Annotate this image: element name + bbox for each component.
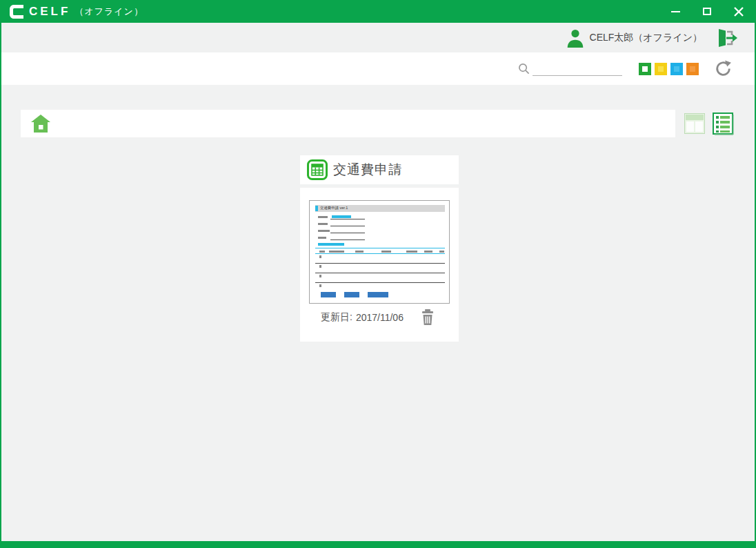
- theme-orange-button[interactable]: [686, 63, 699, 75]
- maximize-button[interactable]: [691, 0, 723, 23]
- theme-color-picker: [639, 63, 699, 75]
- app-card-footer: 更新日: 2017/11/06: [300, 309, 459, 326]
- spreadsheet-app-icon: [307, 159, 328, 180]
- thumb-header-accent: [315, 206, 318, 211]
- thumb-table-row: [315, 273, 445, 283]
- app-window: CELF （オフライン） CELF太郎（オフライン）: [0, 0, 756, 548]
- main-content: 交通費申請 交通費申請 ver.1: [1, 85, 755, 541]
- theme-yellow-button[interactable]: [655, 63, 667, 75]
- thumb-table-row: [315, 254, 445, 264]
- user-avatar-icon: [566, 28, 584, 48]
- offline-status-label: （オフライン）: [74, 6, 143, 18]
- logout-button[interactable]: [716, 27, 738, 49]
- thumb-table: [315, 248, 445, 288]
- list-view-toggle[interactable]: [713, 112, 734, 135]
- search-input[interactable]: [533, 62, 622, 76]
- thumb-table-row: [315, 264, 445, 273]
- username-label: CELF太郎（オフライン）: [590, 32, 702, 44]
- celf-logo-icon: [10, 5, 25, 19]
- search-icon: [518, 63, 530, 75]
- minimize-button[interactable]: [659, 0, 691, 23]
- home-button[interactable]: [30, 113, 51, 134]
- close-icon: [734, 7, 744, 17]
- search-area: [518, 62, 622, 76]
- titlebar: CELF （オフライン）: [1, 0, 755, 23]
- delete-app-button[interactable]: [420, 309, 435, 326]
- app-title-label: 交通費申請: [333, 161, 402, 179]
- thumb-table-header: [315, 248, 445, 254]
- refresh-button[interactable]: [714, 59, 733, 78]
- app-thumbnail[interactable]: 交通費申請 ver.1: [309, 200, 450, 304]
- app-title: CELF: [29, 5, 70, 19]
- updated-date: 2017/11/06: [356, 312, 404, 323]
- theme-green-button[interactable]: [639, 63, 651, 75]
- maximize-icon: [703, 8, 711, 15]
- user-bar: CELF太郎（オフライン）: [1, 23, 755, 52]
- thumb-buttons: [321, 292, 388, 297]
- thumb-form-header: 交通費申請 ver.1: [315, 205, 445, 212]
- grid-view-toggle[interactable]: [684, 113, 705, 134]
- minimize-icon: [671, 11, 680, 12]
- app-card-header[interactable]: 交通費申請: [300, 155, 459, 184]
- toolbar: [1, 52, 755, 85]
- thumb-section-label: [318, 243, 344, 246]
- app-card-body: 交通費申請 ver.1: [300, 188, 459, 342]
- breadcrumb-bar: [21, 110, 675, 137]
- thumb-form-title: 交通費申請 ver.1: [320, 206, 348, 211]
- updated-label: 更新日:: [321, 311, 352, 324]
- window-bottom-border: [1, 541, 755, 548]
- theme-blue-button[interactable]: [670, 63, 683, 75]
- thumb-table-row: [315, 283, 445, 288]
- close-button[interactable]: [723, 0, 755, 23]
- window-controls: [659, 0, 755, 23]
